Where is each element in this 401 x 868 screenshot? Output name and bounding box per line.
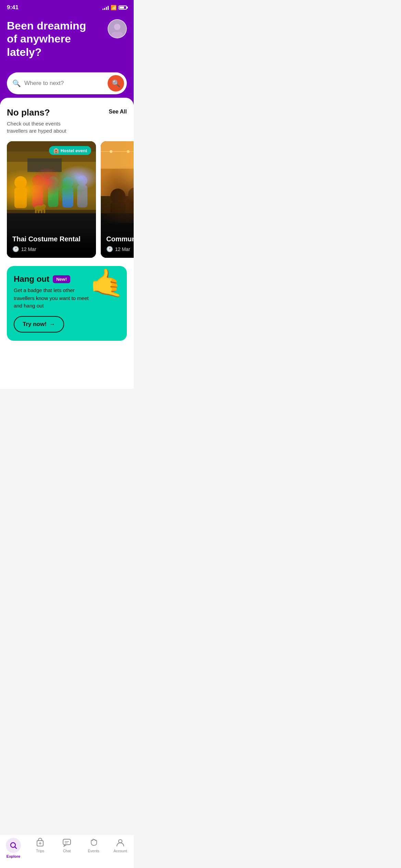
svg-point-8 (14, 176, 27, 189)
try-now-label: Try now! (23, 321, 47, 328)
avatar-image (108, 20, 126, 38)
try-now-button[interactable]: Try now! → (14, 316, 64, 333)
signal-icon (102, 5, 109, 10)
event-card[interactable]: 🏨 Communal Dinn... 🕐 12 Mar (101, 141, 134, 258)
hangout-description: Get a badge that lets other travellers k… (14, 287, 89, 310)
hangout-title: Hang out (14, 274, 49, 284)
svg-rect-13 (48, 186, 58, 207)
hostel-icon: 🏨 (53, 148, 59, 153)
search-button[interactable]: 🔍 (108, 75, 124, 92)
svg-rect-11 (32, 185, 43, 207)
svg-rect-21 (38, 209, 39, 213)
event-card-overlay: Thai Costume Rental 🕐 12 Mar (7, 230, 96, 258)
svg-point-10 (32, 175, 43, 186)
svg-rect-23 (44, 208, 45, 213)
event-name-2: Communal Dinn... (106, 235, 134, 243)
status-bar: 9:41 📶 (0, 0, 134, 14)
svg-rect-5 (7, 155, 96, 210)
event-date-2: 🕐 12 Mar (106, 246, 134, 252)
svg-point-16 (77, 176, 87, 186)
battery-icon (119, 5, 127, 10)
search-bar: 🔍 🔍 (7, 72, 127, 94)
svg-rect-7 (27, 158, 62, 172)
svg-point-1 (114, 24, 121, 30)
svg-point-12 (48, 177, 58, 187)
hangout-banner: Hang out New! Get a badge that lets othe… (7, 266, 127, 341)
clock-icon-2: 🕐 (106, 246, 113, 252)
svg-point-31 (127, 150, 130, 153)
event-date: 🕐 12 Mar (12, 246, 90, 252)
no-plans-title: No plans? (7, 107, 82, 118)
svg-point-14 (62, 177, 73, 188)
svg-point-35 (110, 189, 125, 204)
no-plans-section: No plans? Check out these events travell… (7, 107, 127, 134)
event-card-overlay-2: Communal Dinn... 🕐 12 Mar (101, 230, 134, 258)
svg-rect-15 (62, 187, 73, 207)
header-title: Been dreaming of anywhere lately? (7, 19, 96, 59)
try-now-arrow: → (49, 321, 55, 328)
svg-rect-9 (14, 188, 27, 208)
main-content: No plans? Check out these events travell… (0, 98, 134, 389)
status-icons: 📶 (102, 5, 127, 10)
svg-rect-27 (101, 141, 134, 182)
events-scroll: 🏨 Hostel event Thai Costume Rental 🕐 12 … (0, 141, 134, 258)
search-icon-left: 🔍 (12, 79, 21, 87)
svg-point-37 (128, 188, 134, 201)
svg-rect-22 (41, 209, 42, 213)
event-card[interactable]: 🏨 Hostel event Thai Costume Rental 🕐 12 … (7, 141, 96, 258)
no-plans-text: No plans? Check out these events travell… (7, 107, 82, 134)
header: Been dreaming of anywhere lately? (0, 14, 134, 72)
no-plans-subtitle: Check out these events travellers are hy… (7, 120, 82, 134)
wifi-icon: 📶 (111, 5, 117, 10)
svg-point-19 (42, 204, 46, 208)
svg-rect-3 (111, 32, 123, 38)
svg-rect-28 (101, 169, 134, 196)
status-time: 9:41 (7, 4, 19, 11)
search-input[interactable] (24, 80, 104, 87)
hangout-emoji: 🤙 (90, 269, 124, 297)
avatar[interactable] (108, 19, 127, 38)
search-btn-icon: 🔍 (112, 79, 120, 87)
event-badge: 🏨 Hostel event (49, 146, 91, 155)
new-badge: New! (53, 275, 70, 283)
svg-point-30 (110, 150, 112, 153)
clock-icon: 🕐 (12, 246, 19, 252)
svg-rect-17 (77, 185, 87, 207)
event-name: Thai Costume Rental (12, 235, 90, 243)
svg-rect-20 (35, 208, 37, 213)
see-all-button[interactable]: See All (109, 107, 127, 115)
svg-point-18 (34, 205, 45, 211)
